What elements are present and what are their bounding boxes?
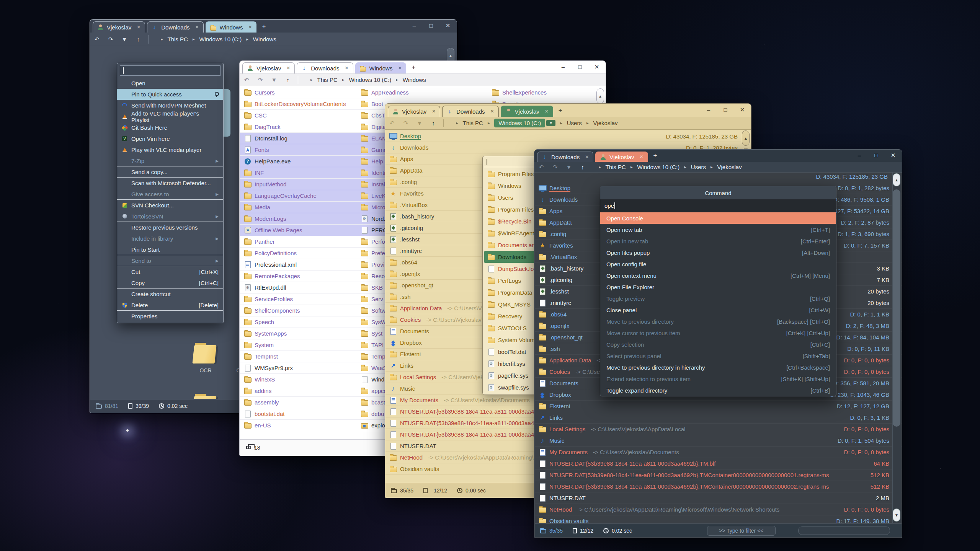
file-row[interactable]: RemotePackages	[240, 271, 357, 282]
file-row[interactable]: addins	[240, 385, 357, 397]
file-row[interactable]: ModemLogs	[240, 213, 357, 225]
file-row[interactable]: Local Settings -> C:\Users\Vjekoslav\App…	[535, 424, 902, 435]
file-row[interactable]: en-US	[240, 420, 357, 431]
up-button[interactable]: ↑	[576, 164, 590, 170]
tab-close-icon[interactable]: ✕	[137, 24, 140, 30]
breadcrumb-item[interactable]: ▸ Windows 10 (C:)	[626, 164, 679, 170]
context-menu-item[interactable]: Pin to Quick access ▶	[117, 89, 223, 100]
command-item[interactable]: Copy selection [Ctrl+C]	[600, 339, 836, 350]
command-item[interactable]: Move cursor to previous item [Ctrl+K] [C…	[600, 327, 836, 339]
file-row[interactable]: InputMethod	[240, 179, 357, 190]
scroll-up-button[interactable]: ▲	[893, 173, 900, 186]
scroll-up-button[interactable]: ▲	[742, 130, 750, 146]
command-item[interactable]: Open File Explorer	[600, 281, 836, 293]
breadcrumb-item[interactable]: ▸ Windows	[391, 77, 426, 83]
context-menu-item[interactable]: Include in library ▶	[117, 233, 223, 244]
context-menu-item[interactable]: Git Bash Here ▶	[117, 122, 223, 133]
maximize-button[interactable]: □	[722, 106, 729, 113]
context-menu-item[interactable]: Open ▶	[117, 78, 223, 89]
new-tab-button[interactable]: +	[559, 107, 562, 114]
file-row[interactable]: DiagTrack	[240, 121, 357, 133]
context-menu-item[interactable]: Create shortcut ▶	[117, 289, 223, 300]
forward-button[interactable]: ↷	[548, 164, 562, 171]
file-row[interactable]: Obsidian vaults D: 17, F: 149, 38 MB	[535, 515, 902, 523]
command-item[interactable]: Toggle expand directory [Ctrl+B]	[600, 385, 836, 396]
titlebar[interactable]: Downloads ✕ Vjekoslav ✕ + – □ ✕	[534, 150, 902, 162]
file-row[interactable]: LanguageOverlayCache	[240, 190, 357, 202]
history-dropdown-button[interactable]: ▼	[118, 36, 131, 42]
command-item[interactable]: Open context menu [Ctrl+M] [Menu]	[600, 270, 836, 281]
minimize-button[interactable]: –	[411, 22, 418, 29]
grid-item[interactable]: Polic...	[181, 389, 230, 399]
context-menu-item[interactable]: Pin to Start ▶	[117, 244, 223, 255]
context-menu-item[interactable]: SVN Checkout... ▶	[117, 200, 223, 211]
minimize-button[interactable]: –	[705, 106, 712, 113]
file-row[interactable]: DtcInstall.log	[240, 133, 357, 144]
tab[interactable]: Vjekoslav ✕	[93, 21, 145, 33]
maximize-button[interactable]: □	[428, 22, 434, 29]
file-row[interactable]: Professional.xml	[240, 259, 357, 271]
file-row[interactable]: NetHood -> C:\Users\Vjekoslav\AppData\Ro…	[535, 504, 902, 515]
breadcrumb-item[interactable]: ▸ Windows	[242, 36, 276, 42]
up-button[interactable]: ↑	[281, 77, 295, 83]
file-row[interactable]: PolicyDefinitions	[240, 248, 357, 259]
context-menu-item[interactable]: Restore previous versions ▶	[117, 222, 223, 233]
file-row[interactable]: Offline Web Pages	[240, 225, 357, 236]
context-menu-item[interactable]: Add to VLC media player's Playlist ▶	[117, 111, 223, 122]
file-row[interactable]: bootstat.dat	[240, 408, 357, 420]
type-to-filter-button[interactable]: >> Type to filter <<	[707, 526, 775, 536]
file-row[interactable]: INF	[240, 167, 357, 179]
file-row[interactable]: WMSysPr9.prx	[240, 362, 357, 374]
context-menu-item[interactable]: Give access to ▶	[117, 189, 223, 200]
command-item[interactable]: Open new tab [Ctrl+T]	[600, 224, 836, 235]
history-dropdown-button[interactable]: ▼	[267, 77, 281, 83]
titlebar[interactable]: Vjekoslav ✕ Downloads ✕ Vjekoslav ✕ + – …	[385, 104, 751, 117]
file-row[interactable]: RtlExUpd.dll	[240, 282, 357, 293]
command-item[interactable]: Open Console	[600, 212, 836, 224]
file-row[interactable]: NTUSER.DAT 2 MB	[535, 492, 902, 504]
file-row[interactable]: Fonts	[240, 144, 357, 156]
tab[interactable]: Vjekoslav ✕	[501, 106, 553, 117]
tab[interactable]: Downloads ✕	[147, 21, 203, 33]
file-row[interactable]: NTUSER.DAT{53b39e88-18c4-11ea-a811-000d3…	[535, 481, 902, 492]
context-menu-item[interactable]: Scan with Microsoft Defender... ▶	[117, 178, 223, 189]
tab[interactable]: Downloads ✕	[442, 106, 498, 117]
context-menu-item[interactable]: Play with VLC media player ▶	[117, 144, 223, 155]
file-row[interactable]: ShellExperiences	[488, 87, 599, 98]
file-row[interactable]: SystemApps	[240, 328, 357, 339]
breadcrumb-item[interactable]: ▸ This PC	[156, 36, 188, 42]
close-button[interactable]: ✕	[593, 64, 600, 70]
breadcrumb-item[interactable]: ▸ Windows 10 (C:)	[188, 36, 242, 42]
context-menu-filter-input[interactable]	[120, 65, 220, 76]
back-button[interactable]: ↶	[534, 164, 548, 171]
new-tab-button[interactable]: +	[653, 152, 657, 160]
grid-item[interactable]: OCR	[181, 338, 230, 385]
titlebar[interactable]: Vjekoslav ✕ Downloads ✕ Windows ✕ + – □	[90, 20, 457, 33]
maximize-button[interactable]: □	[577, 64, 583, 70]
tab[interactable]: Windows ✕	[206, 21, 257, 33]
close-button[interactable]: ✕	[444, 22, 451, 29]
command-item[interactable]: Open files popup [Alt+Down]	[600, 247, 836, 258]
command-item[interactable]: Move to previous directory [Backspace] […	[600, 316, 836, 327]
file-row[interactable]: Links D: 0, F: 3, 1 KB	[535, 412, 902, 424]
tab[interactable]: Downloads ✕	[297, 62, 353, 73]
tab-close-icon[interactable]: ✕	[398, 65, 402, 71]
tab[interactable]: Vjekoslav ✕	[388, 106, 440, 117]
tab-close-icon[interactable]: ✕	[490, 109, 494, 114]
file-row[interactable]: AppReadiness	[357, 87, 488, 98]
scrollbar-thumb[interactable]	[893, 189, 900, 427]
tab-close-icon[interactable]: ✕	[248, 24, 252, 30]
file-row[interactable]: Music D: 0, F: 1, 504 bytes	[535, 435, 902, 447]
context-menu-item[interactable]: Send a copy... ▶	[117, 166, 223, 178]
command-item[interactable]: Open config file	[600, 258, 836, 270]
file-row[interactable]: assembly	[240, 397, 357, 408]
breadcrumb-item[interactable]: ▸ This PC	[306, 77, 338, 83]
scroll-up-button[interactable]: ▲	[596, 88, 604, 104]
tab[interactable]: Downloads ✕	[537, 152, 593, 162]
drive-dropdown-button[interactable]: ▼	[546, 120, 555, 126]
tab-close-icon[interactable]: ✕	[195, 24, 199, 30]
up-button[interactable]: ↑	[426, 120, 440, 126]
tab[interactable]: Vjekoslav ✕	[242, 62, 295, 73]
breadcrumb-item[interactable]: ▸ Windows 10 (C:) ▼	[483, 119, 555, 127]
file-row[interactable]: Media	[240, 202, 357, 213]
